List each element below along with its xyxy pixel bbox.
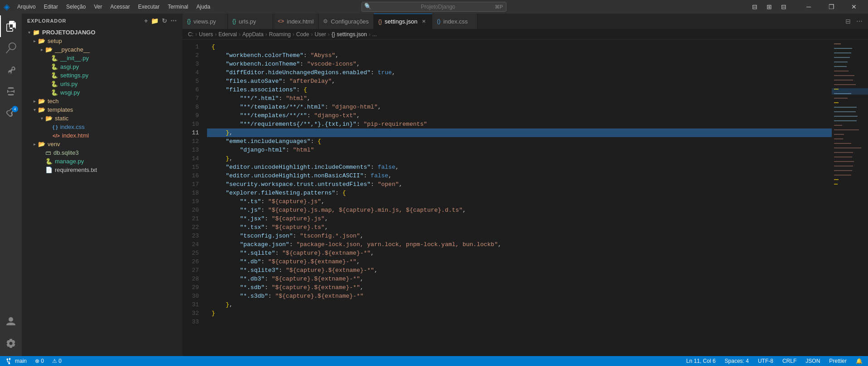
split-icon[interactable]: ⊞ (763, 2, 776, 11)
tree-item-settings-py[interactable]: 🐍 settings.py (22, 71, 183, 80)
minimize-button[interactable]: ─ (798, 2, 819, 12)
more-actions-icon[interactable]: ⋯ (854, 16, 864, 27)
status-right: Ln 11, Col 6 Spaces: 4 UTF-8 CRLF JSON P… (685, 358, 864, 364)
tree-item-wsgi-py[interactable]: 🐍 wsgi.py (22, 88, 183, 97)
split-editor-icon[interactable]: ⊟ (844, 16, 853, 27)
tab-urls[interactable]: {} urls.py (228, 14, 273, 29)
accounts-activity-icon[interactable] (0, 311, 22, 333)
menu-arquivo[interactable]: Arquivo (14, 2, 39, 11)
source-control-activity-icon[interactable] (0, 59, 22, 81)
tab-icon: () (437, 18, 440, 24)
tree-item-setup[interactable]: ▸ 📂 setup (22, 37, 183, 45)
svg-rect-14 (834, 98, 848, 99)
warnings-count[interactable]: ⚠ 0 (50, 358, 63, 364)
search-input[interactable] (362, 2, 506, 12)
breadcrumb-ederval[interactable]: Ederval (218, 31, 237, 38)
new-folder-icon[interactable]: 📁 (151, 17, 159, 24)
notifications-icon[interactable]: 🔔 (854, 358, 864, 364)
svg-rect-6 (834, 66, 847, 67)
svg-rect-13 (834, 93, 851, 94)
breadcrumb-roaming[interactable]: Roaming (269, 31, 291, 38)
folder-icon: 📂 (38, 98, 45, 105)
svg-rect-4 (834, 57, 850, 58)
tree-item-urls-py[interactable]: 🐍 urls.py (22, 80, 183, 88)
breadcrumb-users[interactable]: Users (199, 31, 213, 38)
settings-activity-icon[interactable] (0, 333, 22, 354)
errors-count[interactable]: ⊗ 0 (33, 358, 46, 364)
breadcrumb-ellipsis[interactable]: ... (372, 31, 377, 38)
tree-item-requirements-txt[interactable]: 📄 requirements.txt (22, 166, 183, 174)
sidebar-header: EXPLORADOR + 📁 ↻ ⋯ (22, 14, 183, 28)
git-branch[interactable]: main (4, 358, 29, 364)
menu-acessar[interactable]: Acessar (106, 2, 133, 11)
breadcrumb-code[interactable]: Code (296, 31, 309, 38)
menu-ver[interactable]: Ver (90, 2, 106, 11)
breadcrumb-settings-json[interactable]: {} settings.json (332, 31, 367, 38)
tab-indexcss[interactable]: () index.css (432, 14, 477, 29)
svg-rect-29 (834, 166, 853, 166)
tab-label: views.py (193, 18, 216, 25)
line-num-23: 23 (183, 232, 205, 240)
tree-item-index-html[interactable]: </> index.html (22, 131, 183, 140)
menu-editar[interactable]: Editar (40, 2, 62, 11)
tree-project-root[interactable]: ▾ 📁 PROJETODJANGO (22, 28, 183, 37)
tree-item-tech[interactable]: ▸ 📂 tech (22, 97, 183, 105)
menu-executar[interactable]: Executar (135, 2, 163, 11)
tree-item-static[interactable]: ▾ 📂 static (22, 114, 183, 123)
line-ending[interactable]: CRLF (781, 358, 798, 364)
line-num-12: 12 (183, 137, 205, 146)
cursor-position[interactable]: Ln 11, Col 6 (685, 358, 718, 364)
sep-icon: › (215, 31, 217, 38)
collapse-icon[interactable]: ⋯ (170, 17, 177, 24)
tree-item-templates[interactable]: ▾ 📂 templates (22, 105, 183, 114)
language-mode[interactable]: JSON (804, 358, 822, 364)
code-line-8: "**/templates/**/*.html": "django-html", (207, 103, 832, 111)
extensions-activity-icon[interactable]: 4 (0, 102, 22, 124)
sep-icon: › (369, 31, 371, 38)
menu-bar: Arquivo Editar Seleção Ver Acessar Execu… (14, 2, 214, 11)
line-num-25: 25 (183, 249, 205, 257)
menu-ajuda[interactable]: Ajuda (193, 2, 214, 11)
tab-close-icon[interactable]: ✕ (420, 18, 427, 25)
svg-rect-3 (834, 52, 851, 53)
tab-configuracoes[interactable]: ⚙ Configurações (318, 14, 374, 29)
menu-terminal[interactable]: Terminal (164, 2, 192, 11)
tree-item-init[interactable]: 🐍 __init__.py (22, 54, 183, 62)
code-content[interactable]: { "workbench.colorTheme": "Abyss", "work… (205, 40, 832, 356)
formatter[interactable]: Prettier (827, 358, 849, 364)
line-num-19: 19 (183, 197, 205, 206)
tree-item-db-sqlite3[interactable]: 🗃 db.sqlite3 (22, 148, 183, 157)
sep-icon: › (311, 31, 313, 38)
breadcrumb-c[interactable]: C: (188, 31, 193, 38)
breadcrumb-user[interactable]: User (314, 31, 326, 38)
explorer-activity-icon[interactable] (0, 15, 22, 37)
encoding[interactable]: UTF-8 (756, 358, 775, 364)
tree-item-index-css[interactable]: { } index.css (22, 123, 183, 131)
sidebar-header-actions: + 📁 ↻ ⋯ (144, 17, 177, 24)
layout-icon[interactable]: ⊟ (748, 2, 761, 11)
arrow-collapsed-icon: ▸ (38, 47, 45, 52)
sep-icon: › (195, 31, 197, 38)
tab-settingsjson[interactable]: {} settings.json ✕ (374, 14, 432, 29)
restore-button[interactable]: ❐ (821, 2, 842, 12)
layout2-icon[interactable]: ⊟ (777, 2, 790, 11)
refresh-icon[interactable]: ↻ (162, 17, 168, 24)
line-num-6: 6 (183, 86, 205, 94)
menu-selecao[interactable]: Seleção (63, 2, 89, 11)
run-debug-activity-icon[interactable] (0, 81, 22, 102)
breadcrumb-appdata[interactable]: AppData (242, 31, 264, 38)
search-activity-icon[interactable] (0, 37, 22, 59)
code-line-14: }, (207, 154, 832, 163)
tree-item-pycache[interactable]: ▸ 📂 __pycache__ (22, 45, 183, 54)
tab-indexhtml[interactable]: <> index.html (273, 14, 318, 29)
tree-item-asgi[interactable]: 🐍 asgi.py (22, 62, 183, 71)
code-line-27: "*.sqlite3": "${capture}.${extname}-*", (207, 266, 832, 275)
arrow-collapsed-icon: ▸ (31, 38, 38, 43)
tree-item-venv[interactable]: ▸ 📂 venv (22, 140, 183, 148)
spaces-count[interactable]: Spaces: 4 (723, 358, 751, 364)
new-file-icon[interactable]: + (144, 17, 148, 24)
tab-views[interactable]: {} views.py (183, 14, 228, 29)
code-line-26: "*.db": "${capture}.${extname}-*", (207, 257, 832, 266)
tree-item-manage-py[interactable]: 🐍 manage.py (22, 157, 183, 166)
close-button[interactable]: ✕ (844, 2, 864, 12)
